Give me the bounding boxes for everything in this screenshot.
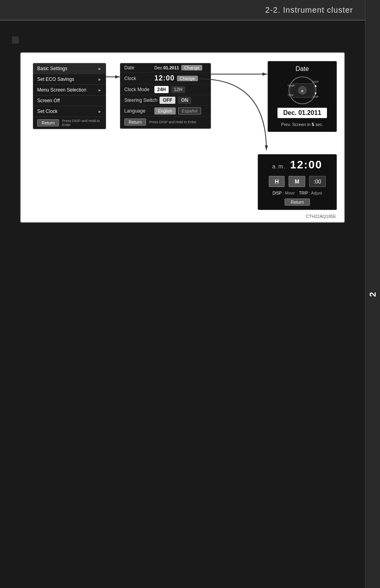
menu-item-label: Set ECO Savings (37, 76, 74, 82)
image-reference: CTH22AQ185E (306, 214, 336, 219)
clock-mode-24h-button[interactable]: 24H (154, 86, 169, 93)
menu-item-label: Screen Off (37, 98, 60, 103)
svg-text:TRIP: TRIP (312, 95, 319, 98)
clock-h-button[interactable]: H (269, 176, 285, 187)
clock-time-value: 12:00 (290, 158, 323, 171)
svg-text:DISP: DISP (312, 80, 319, 83)
menu-arrow: ► (98, 88, 102, 92)
menu-arrow: ► (98, 67, 102, 71)
date-display-value: Dec. 01.2011 (277, 108, 327, 118)
detail-return-button[interactable]: Return (124, 118, 146, 126)
menu-item-screen-off[interactable]: Screen Off (33, 95, 106, 106)
clock-hint-disp: DISP (272, 191, 281, 195)
menu-item-eco-savings[interactable]: Set ECO Savings ► (33, 74, 106, 85)
menu-item-label: Set Clock (37, 109, 57, 114)
language-label: Language (124, 108, 152, 114)
diagram-container: Basic Settings ► Set ECO Savings ► Menu … (20, 52, 345, 223)
date-panel-title: Date (296, 65, 309, 73)
arrow-menu-to-detail (106, 73, 122, 81)
clock-ampm: a.m. (272, 163, 286, 170)
menu-item-set-clock[interactable]: Set Clock ► (33, 106, 106, 117)
cluster-illustration: DISP TRIP ▲ ▼ ◉ TEMP TRIP (279, 76, 326, 105)
date-value: Dec.01.2011 (154, 65, 179, 70)
menu-item-label: Menu Screen Selection (37, 87, 86, 93)
svg-text:▲: ▲ (314, 84, 317, 88)
detail-row-steering-switch: Steering Switch OFF ON (120, 95, 211, 106)
clock-label: Clock (124, 76, 152, 81)
menu-return-row: Return Press DISP and Hold to Enter (33, 117, 106, 129)
main-content: Basic Settings ► Set ECO Savings ► Menu … (0, 21, 365, 588)
clock-change-button[interactable]: Change (177, 76, 198, 81)
clock-hint-trip: TRIP (299, 191, 308, 195)
menu-item-screen-selection[interactable]: Menu Screen Selection ► (33, 85, 106, 95)
svg-text:TEMP: TEMP (287, 84, 295, 87)
clock-mode-12h-button[interactable]: 12H (171, 86, 185, 93)
steering-switch-off-button[interactable]: OFF (160, 97, 175, 104)
cluster-svg: DISP TRIP ▲ ▼ ◉ TEMP TRIP (279, 76, 326, 105)
menu-arrow: ► (98, 77, 102, 82)
clock-colon-value: :00 (309, 176, 325, 187)
clock-hm-buttons: H M :00 (269, 176, 325, 187)
right-sidebar: 2 (365, 0, 380, 588)
svg-text:▼: ▼ (314, 92, 317, 95)
detail-hint: Press DISP and Hold to Enter (149, 120, 196, 124)
menu-item-basic-settings[interactable]: Basic Settings ► (33, 63, 106, 74)
page-title: 2-2. Instrument cluster (265, 6, 353, 15)
prev-screen-text: Prev. Screen in 5 sec. (281, 122, 323, 127)
clock-adjust-display: a.m. 12:00 (272, 158, 323, 171)
section-bullet (12, 36, 19, 44)
prev-screen-seconds: 5 (312, 122, 314, 127)
detail-row-date: Date Dec.01.2011 Change (120, 63, 211, 73)
menu-return-button[interactable]: Return (37, 119, 59, 126)
clock-hint: DISP : Move TRIP : Adjust (272, 191, 322, 195)
clock-mode-label: Clock Mode (124, 87, 152, 92)
page-header: 2-2. Instrument cluster (0, 0, 365, 21)
svg-text:TRIP: TRIP (287, 94, 294, 97)
panel-menu: Basic Settings ► Set ECO Savings ► Menu … (33, 63, 106, 129)
menu-item-label: Basic Settings (37, 66, 67, 71)
detail-return-row: Return Press DISP and Hold to Enter (120, 116, 211, 128)
sidebar-number: 2 (368, 291, 378, 297)
panel-detail: Date Dec.01.2011 Change Clock 12:00 Chan… (120, 63, 211, 129)
language-espanol-button[interactable]: Español (178, 107, 201, 115)
panel-clock: a.m. 12:00 H M :00 DISP : Move TRIP : Ad… (258, 154, 337, 210)
date-change-button[interactable]: Change (181, 65, 202, 71)
detail-row-language: Language English Español (120, 106, 211, 116)
steering-switch-label: Steering Switch (124, 97, 157, 103)
panel-date: Date DISP TRIP ▲ ▼ (268, 61, 337, 132)
date-label: Date (124, 65, 152, 71)
arrow-detail-to-date (210, 68, 270, 80)
detail-row-clock-mode: Clock Mode 24H 12H (120, 84, 211, 95)
menu-arrow: ► (98, 109, 102, 114)
clock-value: 12:00 (154, 74, 175, 82)
steering-switch-on-button[interactable]: ON (178, 97, 191, 104)
clock-m-button[interactable]: M (289, 176, 305, 187)
clock-return-button[interactable]: Return (285, 199, 310, 206)
svg-text:◉: ◉ (301, 89, 304, 93)
language-english-button[interactable]: English (154, 107, 176, 115)
menu-hint: Press DISP and Hold to Enter (62, 119, 102, 127)
detail-row-clock: Clock 12:00 Change (120, 73, 211, 84)
